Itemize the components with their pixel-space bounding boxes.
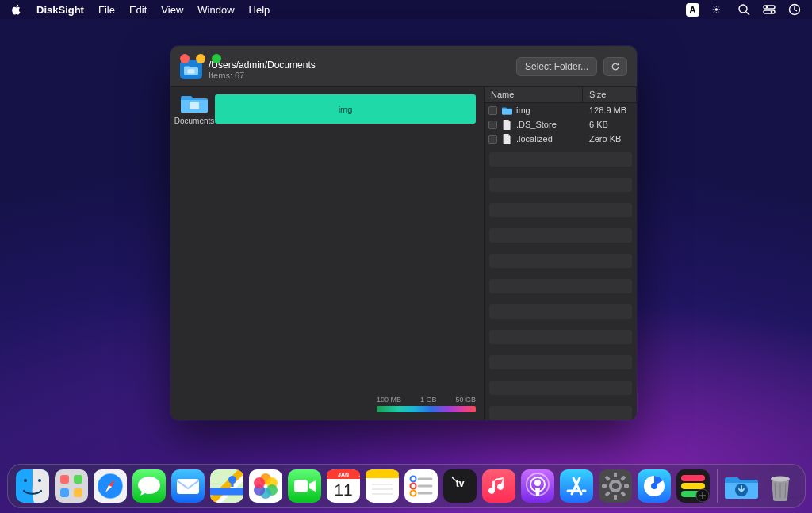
svg-rect-13 (55, 469, 88, 503)
file-list: Name Size img 128.9 MB (484, 87, 637, 420)
folder-icon (500, 105, 513, 116)
dock-separator (717, 469, 718, 503)
window-zoom-button[interactable] (212, 54, 221, 63)
svg-rect-8 (188, 70, 195, 74)
dock-disksight-icon[interactable] (638, 469, 671, 503)
svg-rect-4 (764, 10, 775, 13)
window-content: Documents img 100 MB 1 GB 50 GB Name Siz… (170, 87, 637, 420)
empty-row (489, 203, 632, 217)
table-row[interactable]: img 128.9 MB (485, 103, 637, 117)
dock-container: JAN11 tv (0, 464, 812, 508)
dock-trash-icon[interactable] (764, 469, 797, 503)
empty-row (489, 178, 632, 192)
svg-rect-3 (764, 6, 775, 9)
dock-appstore-icon[interactable] (560, 469, 593, 503)
dock-notes-icon[interactable] (366, 469, 399, 503)
clock-icon[interactable] (788, 3, 801, 16)
dock: JAN11 tv (7, 464, 806, 508)
svg-rect-16 (60, 488, 69, 497)
svg-rect-66 (614, 473, 617, 477)
row-name: img (513, 105, 583, 115)
menu-help[interactable]: Help (249, 4, 270, 16)
column-name[interactable]: Name (485, 87, 583, 102)
dock-finder-icon[interactable] (16, 469, 49, 503)
table-row[interactable]: .DS_Store 6 KB (485, 117, 637, 132)
svg-point-11 (24, 479, 27, 482)
breadcrumb-root-label: Documents (174, 117, 215, 125)
empty-row (489, 330, 632, 344)
menu-window[interactable]: Window (197, 4, 234, 16)
titlebar: /Users/admin/Documents Items: 67 Select … (170, 46, 637, 87)
svg-point-35 (254, 477, 265, 488)
svg-point-60 (534, 480, 541, 486)
row-name: .DS_Store (513, 120, 583, 129)
empty-row (489, 228, 632, 243)
menu-edit[interactable]: Edit (129, 4, 147, 16)
select-folder-button[interactable]: Select Folder... (516, 57, 597, 76)
dock-messages-icon[interactable] (132, 469, 166, 503)
dock-shortcuts-icon[interactable] (676, 469, 710, 503)
svg-rect-17 (74, 488, 82, 497)
svg-point-1 (739, 5, 747, 13)
refresh-button[interactable] (603, 57, 627, 76)
dock-reminders-icon[interactable] (404, 469, 438, 503)
dock-podcasts-icon[interactable] (521, 469, 554, 503)
dock-launchpad-icon[interactable] (55, 469, 88, 503)
svg-rect-25 (177, 479, 199, 494)
table-row[interactable]: .localized Zero KB (485, 132, 637, 146)
legend-label-1: 100 MB (377, 396, 401, 404)
window-minimize-button[interactable] (196, 54, 205, 63)
svg-text:11: 11 (334, 480, 352, 499)
spotlight-icon[interactable] (737, 3, 750, 16)
menubar-app-name[interactable]: DiskSight (36, 4, 84, 16)
svg-text:tv: tv (455, 478, 464, 489)
dock-music-icon[interactable] (482, 469, 515, 503)
dock-photos-icon[interactable] (249, 469, 282, 503)
control-center-icon[interactable] (763, 3, 776, 16)
svg-point-0 (715, 8, 718, 10)
dock-calendar-icon[interactable]: JAN11 (327, 469, 360, 503)
dock-tv-icon[interactable]: tv (443, 469, 477, 503)
column-size[interactable]: Size (583, 87, 637, 102)
empty-row (489, 152, 632, 167)
row-checkbox[interactable] (488, 121, 497, 129)
menu-file[interactable]: File (98, 4, 115, 16)
empty-row (489, 279, 632, 293)
select-folder-label: Select Folder... (525, 61, 588, 72)
row-checkbox[interactable] (488, 135, 497, 144)
path-folder-icon (180, 60, 202, 79)
dock-downloads-icon[interactable] (725, 469, 758, 503)
breadcrumb-root[interactable]: Documents (175, 92, 213, 125)
apple-logo-icon[interactable] (11, 4, 22, 15)
dock-maps-icon[interactable] (210, 469, 243, 503)
svg-rect-15 (74, 475, 82, 484)
legend-label-3: 50 GB (455, 396, 476, 404)
file-list-header: Name Size (485, 87, 637, 103)
dock-safari-icon[interactable] (94, 469, 127, 503)
menu-view[interactable]: View (161, 4, 183, 16)
input-source-icon[interactable]: A (686, 3, 699, 17)
empty-row (489, 355, 632, 369)
window-item-count: Items: 67 (209, 71, 316, 81)
svg-point-77 (771, 477, 790, 482)
row-size: 128.9 MB (583, 105, 637, 115)
window-close-button[interactable] (180, 54, 190, 63)
row-checkbox[interactable] (488, 106, 497, 115)
svg-text:JAN: JAN (337, 472, 348, 477)
dock-facetime-icon[interactable] (288, 469, 321, 503)
svg-point-5 (766, 6, 768, 9)
legend-label-2: 1 GB (420, 396, 437, 404)
svg-rect-73 (681, 483, 705, 489)
legend-gradient (377, 406, 476, 412)
dock-settings-icon[interactable] (599, 469, 632, 503)
treemap-block-label: img (339, 105, 353, 114)
treemap-block-img[interactable]: img (215, 94, 476, 124)
svg-point-70 (651, 483, 657, 489)
dock-mail-icon[interactable] (171, 469, 205, 503)
svg-line-2 (746, 12, 749, 15)
file-list-body[interactable]: img 128.9 MB .DS_Store 6 KB (485, 103, 637, 420)
svg-rect-45 (366, 476, 399, 478)
battery-icon[interactable] (712, 3, 725, 16)
file-icon (500, 134, 513, 144)
traffic-lights (180, 54, 221, 63)
